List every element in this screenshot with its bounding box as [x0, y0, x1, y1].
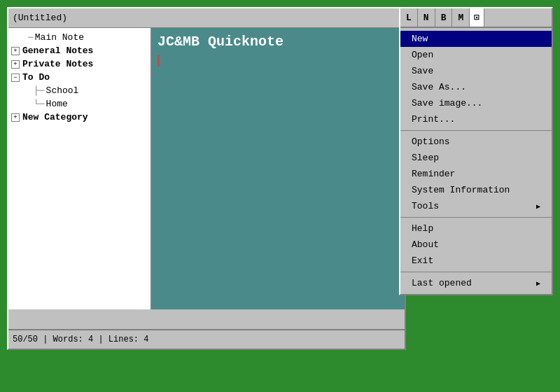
sidebar-item-todo[interactable]: − To Do: [8, 71, 150, 84]
menu-item-tools[interactable]: Tools ▶: [400, 198, 552, 214]
menu-item-sleep[interactable]: Sleep: [400, 150, 552, 166]
menu-item-label: Save image...: [412, 98, 482, 108]
menu-list: New Open Save Save As... Save image... P…: [400, 28, 552, 294]
menu-separator-1: [400, 130, 552, 131]
menu-item-help[interactable]: Help: [400, 220, 552, 237]
menu-item-print[interactable]: Print...: [400, 111, 552, 127]
sidebar-item-home[interactable]: └─ Home: [8, 97, 150, 111]
sidebar-item-main-note[interactable]: ─ Main Note: [8, 31, 150, 44]
sidebar-label: New Category: [22, 112, 88, 122]
menu-item-last-opened[interactable]: Last opened ▶: [400, 275, 552, 291]
menu-toolbar: L N B M ⊡: [400, 8, 552, 28]
note-area[interactable]: JC&MB Quicknote: [152, 28, 405, 309]
sidebar-item-private-notes[interactable]: + Private Notes: [8, 57, 150, 71]
expander-icon[interactable]: −: [11, 74, 20, 82]
main-window: (Untitled) ─ Main Note + General Notes +…: [7, 7, 406, 350]
expander-icon[interactable]: +: [11, 47, 20, 55]
sidebar-label: Main Note: [35, 32, 84, 43]
menu-item-label: Save: [412, 66, 433, 76]
menu-item-save[interactable]: Save: [400, 63, 552, 79]
menu-tab-m[interactable]: M: [452, 8, 470, 27]
sidebar-label: General Notes: [22, 46, 93, 56]
menu-item-label: Sleep: [412, 153, 439, 163]
menu-tab-l[interactable]: L: [400, 8, 418, 27]
expander-icon[interactable]: +: [11, 113, 20, 122]
menu-item-label: Reminder: [412, 169, 455, 179]
title-bar: (Untitled): [8, 8, 405, 28]
menu-item-label: Last opened: [412, 278, 472, 288]
sidebar-label: School: [46, 85, 79, 96]
menu-item-system-information[interactable]: System Information: [400, 182, 552, 198]
sidebar-label: Private Notes: [22, 59, 93, 69]
menu-separator-2: [400, 217, 552, 218]
menu-item-label: System Information: [412, 185, 510, 195]
sidebar-label: To Do: [22, 72, 50, 83]
menu-item-open[interactable]: Open: [400, 47, 552, 63]
status-bar: 50/50 | Words: 4 | Lines: 4: [8, 329, 405, 349]
submenu-arrow-icon: ▶: [536, 279, 540, 288]
menu-tab-icon[interactable]: ⊡: [470, 8, 484, 27]
sidebar: ─ Main Note + General Notes + Private No…: [8, 28, 152, 309]
expander-icon[interactable]: +: [11, 60, 20, 69]
menu-item-label: Tools: [412, 201, 439, 211]
menu-item-save-image[interactable]: Save image...: [400, 95, 552, 111]
menu-tab-b[interactable]: B: [435, 8, 453, 27]
menu-separator-3: [400, 272, 552, 272]
tree-line: ├─: [34, 85, 45, 96]
menu-tab-n[interactable]: N: [418, 8, 435, 27]
menu-item-label: New: [412, 34, 428, 44]
note-title: JC&MB Quicknote: [158, 34, 399, 50]
menu-item-label: About: [412, 239, 439, 250]
menu-item-exit[interactable]: Exit: [400, 253, 552, 269]
menu-item-save-as[interactable]: Save As...: [400, 79, 552, 95]
window-title: (Untitled): [13, 13, 67, 23]
menu-item-label: Help: [412, 223, 433, 234]
menu-item-reminder[interactable]: Reminder: [400, 166, 552, 182]
tree-line: └─: [34, 99, 45, 109]
submenu-arrow-icon: ▶: [536, 202, 540, 211]
sidebar-item-school[interactable]: ├─ School: [8, 84, 150, 97]
menu-panel: L N B M ⊡ New Open Save Save As... Save …: [399, 7, 553, 295]
sidebar-item-general-notes[interactable]: + General Notes: [8, 44, 150, 57]
note-cursor: [158, 55, 160, 66]
menu-item-label: Print...: [412, 114, 455, 125]
menu-item-new[interactable]: New: [400, 31, 552, 47]
sidebar-label: Home: [46, 99, 68, 109]
menu-item-options[interactable]: Options: [400, 134, 552, 150]
sidebar-item-new-category[interactable]: + New Category: [8, 111, 150, 124]
menu-item-about[interactable]: About: [400, 237, 552, 253]
menu-item-label: Exit: [412, 255, 433, 266]
menu-item-label: Options: [412, 136, 450, 147]
status-text: 50/50 | Words: 4 | Lines: 4: [13, 335, 148, 344]
content-area: ─ Main Note + General Notes + Private No…: [8, 28, 405, 309]
menu-item-label: Open: [412, 50, 433, 60]
menu-item-label: Save As...: [412, 82, 466, 92]
tree-line: ─: [28, 32, 34, 43]
